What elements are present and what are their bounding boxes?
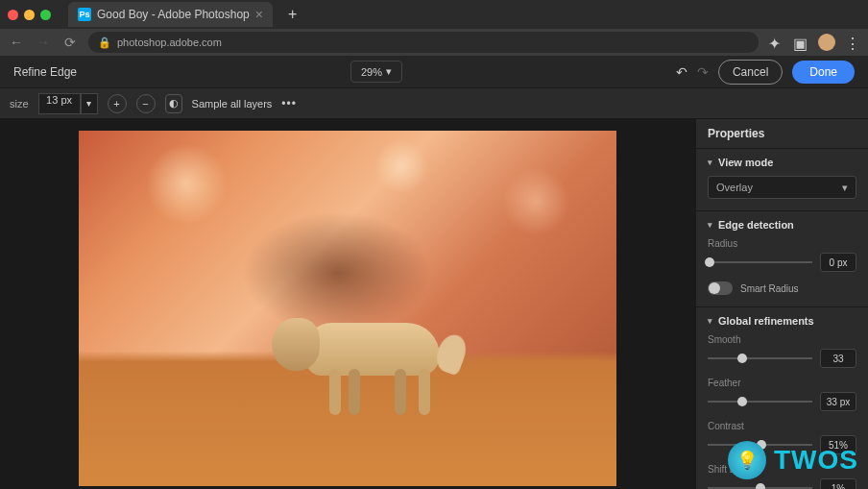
tab-title: Good Boy - Adobe Photoshop [97,8,250,21]
edge-detection-header[interactable]: ▾ Edge detection [708,219,856,231]
url-input[interactable]: 🔒 photoshop.adobe.com [88,32,759,53]
app-header: Refine Edge 29% ▾ ↶ ↷ Cancel Done [0,56,868,88]
properties-panel-title: Properties [696,119,868,149]
browser-extensions: ✦ ▣ ⋮ [768,34,860,51]
size-label: size [10,98,29,110]
minimize-window-icon[interactable] [24,10,35,20]
chevron-down-icon: ▾ [386,65,392,78]
view-mode-value: Overlay [716,182,753,193]
cancel-button[interactable]: Cancel [718,60,783,85]
view-mode-section: ▾ View mode Overlay ▾ [696,149,868,211]
zoom-in-icon[interactable]: + [108,94,127,113]
feather-value[interactable]: 33 px [820,392,856,411]
smooth-label: Smooth [708,334,856,345]
zoom-dropdown[interactable]: 29% ▾ [350,61,402,83]
nav-back-icon[interactable]: ← [8,35,25,50]
smart-radius-label: Smart Radius [740,283,799,294]
brush-size-input[interactable]: 13 px [38,93,81,114]
extension-puzzle-icon[interactable]: ✦ [768,35,784,50]
avatar[interactable] [818,34,835,51]
radius-value[interactable]: 0 px [820,253,856,272]
properties-panel: Properties ▾ View mode Overlay ▾ ▾ Edge … [695,119,868,489]
view-mode-title: View mode [718,157,773,168]
lock-icon: 🔒 [98,37,111,49]
global-refinements-header[interactable]: ▾ Global refinements [708,315,856,327]
radius-label: Radius [708,238,856,249]
smooth-slider[interactable] [708,357,812,359]
canvas-area [0,119,695,489]
radius-slider[interactable] [708,261,812,263]
chevron-down-icon: ▾ [708,316,712,326]
tab-close-icon[interactable]: × [255,7,263,22]
edge-detection-title: Edge detection [718,219,794,231]
bulb-icon [728,441,766,479]
nav-forward-icon: → [35,35,52,50]
zoom-value: 29% [361,66,382,78]
zoom-out-icon[interactable]: − [136,94,156,113]
contrast-label: Contrast [708,421,856,431]
refine-edge-toolbar: size 13 px ▾ + − ◐ Sample all layers ••• [0,88,868,119]
traffic-lights [8,10,51,20]
smart-radius-toggle[interactable] [708,281,733,295]
global-refinements-title: Global refinements [718,315,814,327]
image-canvas[interactable] [79,131,616,486]
app-main: Properties ▾ View mode Overlay ▾ ▾ Edge … [0,119,868,489]
sample-all-layers-toggle[interactable]: Sample all layers [192,98,273,110]
browser-titlebar: Ps Good Boy - Adobe Photoshop × + [0,0,868,29]
refine-edge-title: Refine Edge [13,65,77,79]
chevron-down-icon: ▾ [708,220,712,230]
slider-thumb[interactable] [737,354,747,363]
redo-icon[interactable]: ↷ [697,64,709,80]
browser-tab[interactable]: Ps Good Boy - Adobe Photoshop × [68,2,273,27]
dog-subject [267,294,459,419]
close-window-icon[interactable] [8,10,18,20]
browser-address-bar: ← → ⟳ 🔒 photoshop.adobe.com ✦ ▣ ⋮ [0,29,868,56]
tab-favicon-icon: Ps [78,8,91,21]
undo-icon[interactable]: ↶ [676,64,687,80]
more-options-icon[interactable]: ••• [281,97,297,110]
nav-reload-icon[interactable]: ⟳ [61,35,79,50]
slider-thumb[interactable] [737,397,747,406]
done-button[interactable]: Done [792,61,855,84]
slider-thumb[interactable] [705,257,714,267]
view-mode-section-header[interactable]: ▾ View mode [708,157,856,168]
feather-slider[interactable] [708,401,812,403]
browser-menu-icon[interactable]: ⋮ [845,35,860,50]
feather-label: Feather [708,378,856,388]
edge-detection-section: ▾ Edge detection Radius 0 px Smart Radiu… [696,211,868,307]
view-mode-select[interactable]: Overlay ▾ [708,176,856,199]
smooth-value[interactable]: 33 [820,349,856,368]
maximize-window-icon[interactable] [40,10,51,20]
chevron-down-icon: ▾ [708,158,712,167]
chevron-down-icon: ▾ [842,182,848,194]
slider-thumb[interactable] [756,483,765,489]
extension-panel-icon[interactable]: ▣ [793,35,808,50]
shift-edge-value[interactable]: 1% [820,478,856,489]
watermark-text: TWOS [774,445,858,476]
url-text: photoshop.adobe.com [117,37,222,48]
watermark: TWOS [728,441,858,479]
brush-tool-icon[interactable]: ◐ [165,94,182,113]
brush-size-dropdown[interactable]: ▾ [81,93,98,114]
new-tab-button[interactable]: + [288,6,297,23]
